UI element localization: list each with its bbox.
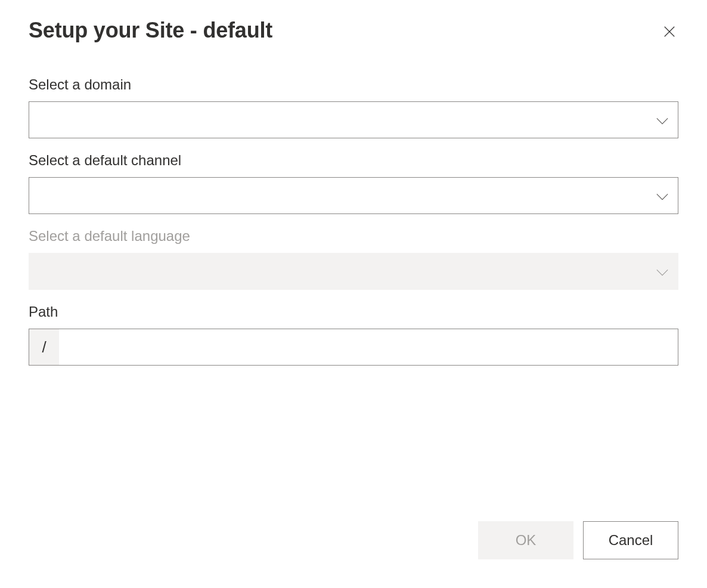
close-icon [663, 25, 676, 40]
ok-button[interactable]: OK [478, 521, 573, 559]
setup-site-dialog: Setup your Site - default Select a domai… [0, 0, 707, 588]
domain-label: Select a domain [29, 76, 678, 93]
dialog-title: Setup your Site - default [29, 18, 272, 43]
domain-field-group: Select a domain [29, 76, 678, 140]
dialog-footer: OK Cancel [29, 521, 678, 559]
path-input-wrap: / [29, 329, 678, 366]
channel-select[interactable] [29, 177, 678, 214]
dialog-header: Setup your Site - default [29, 18, 678, 43]
domain-select[interactable] [29, 101, 678, 138]
channel-field-group: Select a default channel [29, 152, 678, 216]
language-select-wrap [29, 253, 678, 292]
path-input[interactable] [59, 329, 678, 365]
channel-label: Select a default channel [29, 152, 678, 169]
channel-select-wrap [29, 177, 678, 216]
path-field-group: Path / [29, 304, 678, 366]
language-select [29, 253, 678, 290]
language-label: Select a default language [29, 228, 678, 245]
path-prefix: / [29, 329, 59, 365]
close-button[interactable] [661, 23, 678, 42]
domain-select-wrap [29, 101, 678, 140]
path-label: Path [29, 304, 678, 320]
cancel-button[interactable]: Cancel [583, 521, 678, 559]
language-field-group: Select a default language [29, 228, 678, 292]
